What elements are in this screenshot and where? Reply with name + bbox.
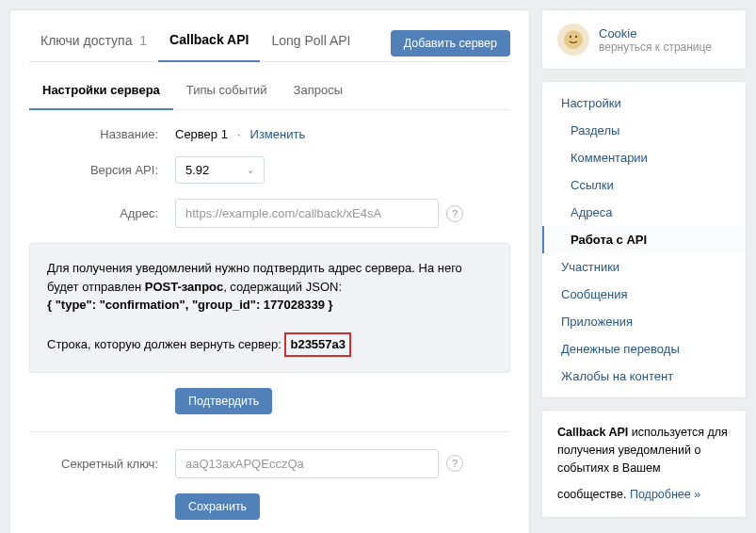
svg-point-1 <box>570 36 571 38</box>
info-line-1: Для получения уведомлений нужно подтверд… <box>47 259 492 296</box>
learn-more-link[interactable]: Подробнее » <box>630 486 700 504</box>
row-address: Адрес: ? <box>29 199 510 228</box>
name-label: Название: <box>29 127 175 141</box>
tab-long-poll-api[interactable]: Long Poll API <box>260 25 362 61</box>
info-line-2: Строка, которую должен вернуть сервер: b… <box>47 332 492 357</box>
tab-count: 1 <box>139 33 147 48</box>
nav-members[interactable]: Участники <box>542 253 746 281</box>
change-name-link[interactable]: Изменить <box>250 127 306 141</box>
community-card: Cookie вернуться к странице <box>541 9 747 70</box>
back-to-page-link[interactable]: вернуться к странице <box>599 40 712 54</box>
tab-label: Callback API <box>169 32 249 47</box>
address-label: Адрес: <box>29 206 175 220</box>
cookie-icon <box>562 28 585 51</box>
tab-callback-api[interactable]: Callback API <box>158 24 260 62</box>
top-tabs: Ключи доступа 1 Callback API Long Poll A… <box>29 24 510 62</box>
community-name-link[interactable]: Cookie <box>599 26 712 40</box>
help-icon[interactable]: ? <box>446 455 463 472</box>
row-api-version: Версия API: 5.92 ⌄ <box>29 156 510 184</box>
subtab-server-settings[interactable]: Настройки сервера <box>29 73 173 110</box>
nav-sections[interactable]: Разделы <box>542 117 746 144</box>
sidebar: Cookie вернуться к странице Настройки Ра… <box>541 9 747 533</box>
row-secret-key: Секретный ключ: ? <box>29 449 510 478</box>
sub-tabs: Настройки сервера Типы событий Запросы <box>29 73 510 110</box>
api-version-select[interactable]: 5.92 ⌄ <box>175 156 265 184</box>
tab-label: Ключи доступа <box>40 33 132 48</box>
info-card-title: Callback API <box>557 426 628 439</box>
svg-point-2 <box>575 36 577 38</box>
api-label: Версия API: <box>29 163 175 177</box>
subtab-requests[interactable]: Запросы <box>281 73 356 109</box>
api-version-value: 5.92 <box>185 163 209 177</box>
nav-menu: Настройки Разделы Комментарии Ссылки Адр… <box>541 81 747 398</box>
tab-label: Long Poll API <box>271 33 350 48</box>
add-server-button[interactable]: Добавить сервер <box>391 30 510 57</box>
callback-info-card: Callback API используется для получения … <box>541 410 747 518</box>
main-panel: Ключи доступа 1 Callback API Long Poll A… <box>9 9 530 533</box>
nav-api-work[interactable]: Работа с API <box>542 226 746 253</box>
confirm-button[interactable]: Подтвердить <box>175 388 272 414</box>
secret-label: Секретный ключ: <box>29 457 175 471</box>
nav-reports[interactable]: Жалобы на контент <box>542 363 746 390</box>
help-icon[interactable]: ? <box>446 205 463 222</box>
divider <box>29 431 510 432</box>
address-input[interactable] <box>175 199 439 228</box>
nav-settings[interactable]: Настройки <box>542 89 746 117</box>
chevron-down-icon: ⌄ <box>247 165 254 175</box>
nav-money[interactable]: Денежные переводы <box>542 335 746 363</box>
svg-point-0 <box>564 30 583 49</box>
server-name-value: Сервер 1 <box>175 127 228 141</box>
nav-addresses[interactable]: Адреса <box>542 199 746 226</box>
nav-comments[interactable]: Комментарии <box>542 144 746 171</box>
info-json: { "type": "confirmation", "group_id": 17… <box>47 296 492 315</box>
community-avatar <box>557 24 589 56</box>
confirmation-code: b23557a3 <box>284 332 351 357</box>
row-name: Название: Сервер 1 · Изменить <box>29 127 510 141</box>
save-button[interactable]: Сохранить <box>175 493 260 520</box>
nav-messages[interactable]: Сообщения <box>542 281 746 308</box>
confirmation-info-box: Для получения уведомлений нужно подтверд… <box>29 243 510 373</box>
subtab-event-types[interactable]: Типы событий <box>173 73 281 109</box>
nav-links[interactable]: Ссылки <box>542 171 746 199</box>
secret-key-input[interactable] <box>175 449 439 478</box>
tab-access-keys[interactable]: Ключи доступа 1 <box>29 25 158 61</box>
nav-apps[interactable]: Приложения <box>542 308 746 335</box>
